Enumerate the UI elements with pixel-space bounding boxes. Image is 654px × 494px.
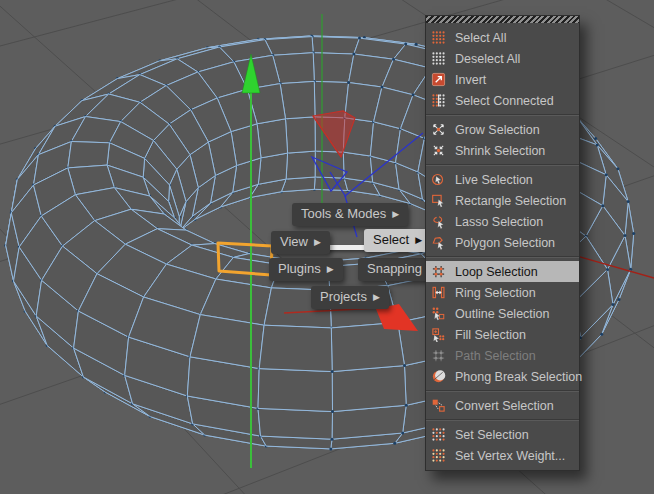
outline-selection-icon (431, 306, 446, 321)
projects-label: Projects (320, 289, 367, 304)
path-selection-icon (431, 348, 446, 363)
menu-item-live-selection[interactable]: Live Selection (426, 169, 579, 190)
radial-menu-button-plugins[interactable]: Plugins▶ (269, 258, 343, 281)
menu-item-phong-break-selection[interactable]: Phong Break Selection (426, 366, 579, 387)
menu-item-loop-selection[interactable]: Loop Selection (426, 261, 579, 282)
submenu-arrow-icon: ▶ (327, 264, 334, 274)
set-selection-icon (431, 427, 446, 442)
select-connected-icon (431, 93, 446, 108)
submenu-arrow-icon: ▶ (415, 235, 422, 245)
menu-separator (426, 419, 579, 421)
tools-modes-label: Tools & Modes (301, 206, 386, 221)
radial-menu-button-tools-modes[interactable]: Tools & Modes▶ (292, 203, 408, 226)
menu-item-set-vertex-weight[interactable]: Set Vertex Weight... (426, 445, 579, 466)
menu-item-deselect-all[interactable]: Deselect All (426, 48, 579, 69)
select-submenu: Select All Deselect All Invert Select Co… (425, 15, 580, 471)
menu-item-set-selection[interactable]: Set Selection (426, 424, 579, 445)
menu-item-outline-selection[interactable]: Outline Selection (426, 303, 579, 324)
menu-separator (426, 390, 579, 392)
fill-selection-icon (431, 327, 446, 342)
rectangle-selection-icon (431, 193, 446, 208)
tearoff-handle[interactable] (426, 16, 579, 23)
select-submenu-list: Select All Deselect All Invert Select Co… (426, 27, 579, 466)
convert-selection-icon (431, 398, 446, 413)
loop-selection-icon (431, 264, 446, 279)
menu-item-select-connected[interactable]: Select Connected (426, 90, 579, 111)
shrink-selection-icon (431, 143, 446, 158)
menu-item-lasso-selection[interactable]: Lasso Selection (426, 211, 579, 232)
menu-item-invert[interactable]: Invert (426, 69, 579, 90)
set-vertex-weight-icon (431, 448, 446, 463)
snapping-label: Snapping (367, 261, 422, 276)
menu-separator (426, 114, 579, 116)
select-all-icon (431, 30, 446, 45)
submenu-arrow-icon: ▶ (392, 209, 399, 219)
grow-selection-icon (431, 122, 446, 137)
radial-menu-center-indicator[interactable] (324, 245, 366, 250)
deselect-all-icon (431, 51, 446, 66)
menu-item-grow-selection[interactable]: Grow Selection (426, 119, 579, 140)
menu-separator (426, 256, 579, 258)
submenu-arrow-icon: ▶ (314, 237, 321, 247)
menu-item-ring-selection[interactable]: Ring Selection (426, 282, 579, 303)
radial-menu-button-select[interactable]: Select▶ (364, 229, 431, 252)
menu-item-shrink-selection[interactable]: Shrink Selection (426, 140, 579, 161)
polygon-selection-icon (431, 235, 446, 250)
radial-menu-button-projects[interactable]: Projects▶ (311, 286, 389, 309)
menu-item-path-selection[interactable]: Path Selection (426, 345, 579, 366)
ring-selection-icon (431, 285, 446, 300)
menu-item-select-all[interactable]: Select All (426, 27, 579, 48)
view-label: View (280, 234, 308, 249)
radial-menu-button-view[interactable]: View▶ (271, 231, 330, 254)
menu-item-rectangle-selection[interactable]: Rectangle Selection (426, 190, 579, 211)
submenu-arrow-icon: ▶ (373, 292, 380, 302)
select-label: Select (373, 232, 409, 247)
live-selection-icon (431, 172, 446, 187)
menu-item-convert-selection[interactable]: Convert Selection (426, 395, 579, 416)
menu-item-fill-selection[interactable]: Fill Selection (426, 324, 579, 345)
menu-separator (426, 164, 579, 166)
viewport-window: { "viewport": { "object": "torus-wirefra… (0, 0, 654, 494)
plugins-label: Plugins (278, 261, 321, 276)
menu-item-polygon-selection[interactable]: Polygon Selection (426, 232, 579, 253)
lasso-selection-icon (431, 214, 446, 229)
phong-break-selection-icon (431, 369, 446, 384)
invert-icon (431, 72, 446, 87)
